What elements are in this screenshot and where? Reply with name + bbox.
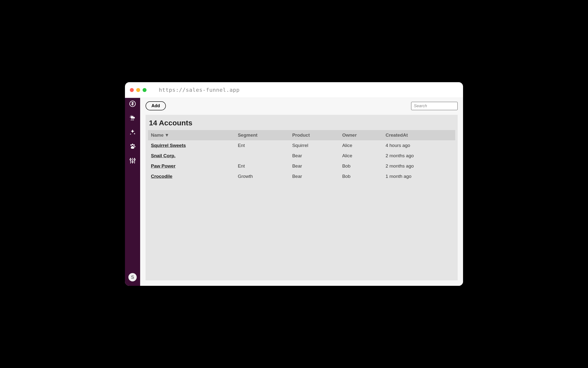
cell-owner: Bob: [339, 161, 383, 171]
app-body: S Add 14 Accounts Name▼ Segment: [125, 98, 463, 286]
svg-point-9: [130, 159, 131, 160]
dollar-icon: [129, 100, 136, 108]
sort-indicator-icon: ▼: [165, 132, 169, 138]
svg-point-5: [134, 146, 135, 147]
app-window: https://sales-funnel.app: [125, 82, 463, 286]
col-segment[interactable]: Segment: [235, 130, 289, 140]
svg-point-4: [133, 144, 135, 146]
panel-title: 14 Accounts: [148, 117, 455, 130]
toolbar: Add: [146, 101, 458, 110]
cell-product: Bear: [289, 161, 339, 171]
cell-segment: Growth: [235, 171, 289, 182]
table-header-row: Name▼ Segment Product Owner CreatedAt: [148, 130, 455, 140]
titlebar: https://sales-funnel.app: [125, 82, 463, 98]
table-row: Snail Corp. Bear Alice 2 months ago: [148, 151, 455, 161]
cell-product: Squirrel: [289, 140, 339, 151]
maximize-window-button[interactable]: [143, 88, 147, 92]
add-button[interactable]: Add: [146, 101, 166, 110]
cell-owner: Alice: [339, 140, 383, 151]
table-row: Crocodile Growth Bear Bob 1 month ago: [148, 171, 455, 182]
nav-insights[interactable]: [128, 128, 137, 137]
col-name-label: Name: [151, 132, 164, 138]
col-owner[interactable]: Owner: [339, 130, 383, 140]
sparkle-icon: [129, 129, 136, 137]
sidebar: S: [125, 98, 140, 286]
paw-icon: [129, 143, 136, 151]
main-content: Add 14 Accounts Name▼ Segment Product Ow…: [140, 98, 463, 286]
col-createdat[interactable]: CreatedAt: [383, 130, 455, 140]
svg-point-2: [131, 144, 132, 146]
cell-createdat: 2 months ago: [383, 161, 455, 171]
cell-owner: Bob: [339, 171, 383, 182]
col-name[interactable]: Name▼: [148, 130, 235, 140]
nav-accounts[interactable]: [128, 100, 137, 109]
close-window-button[interactable]: [130, 88, 134, 92]
sliders-icon: [129, 157, 136, 165]
cell-segment: [235, 151, 289, 161]
cell-segment: Ent: [235, 161, 289, 171]
nav-settings[interactable]: [128, 157, 137, 166]
svg-point-3: [132, 144, 133, 145]
table-row: Squirrel Sweets Ent Squirrel Alice 4 hou…: [148, 140, 455, 151]
accounts-panel: 14 Accounts Name▼ Segment Product Owner …: [146, 115, 458, 280]
weather-icon: [129, 115, 136, 122]
accounts-table: Name▼ Segment Product Owner CreatedAt Sq…: [148, 130, 455, 182]
nav-forecast[interactable]: [128, 114, 137, 123]
svg-point-11: [134, 159, 135, 160]
address-url: https://sales-funnel.app: [159, 87, 240, 93]
window-controls: [130, 88, 147, 92]
cell-createdat: 2 months ago: [383, 151, 455, 161]
cell-product: Bear: [289, 151, 339, 161]
account-link[interactable]: Snail Corp.: [151, 153, 175, 158]
cell-owner: Alice: [339, 151, 383, 161]
nav-pets[interactable]: [128, 143, 137, 151]
table-row: Paw Power Ent Bear Bob 2 months ago: [148, 161, 455, 171]
minimize-window-button[interactable]: [136, 88, 140, 92]
account-link[interactable]: Squirrel Sweets: [151, 143, 186, 148]
avatar-initial: S: [131, 275, 134, 280]
svg-point-10: [132, 161, 133, 163]
account-link[interactable]: Paw Power: [151, 163, 175, 169]
cell-createdat: 4 hours ago: [383, 140, 455, 151]
account-link[interactable]: Crocodile: [151, 174, 172, 179]
cell-segment: Ent: [235, 140, 289, 151]
user-avatar[interactable]: S: [128, 273, 137, 281]
cell-createdat: 1 month ago: [383, 171, 455, 182]
cell-product: Bear: [289, 171, 339, 182]
col-product[interactable]: Product: [289, 130, 339, 140]
search-input[interactable]: [411, 102, 458, 110]
